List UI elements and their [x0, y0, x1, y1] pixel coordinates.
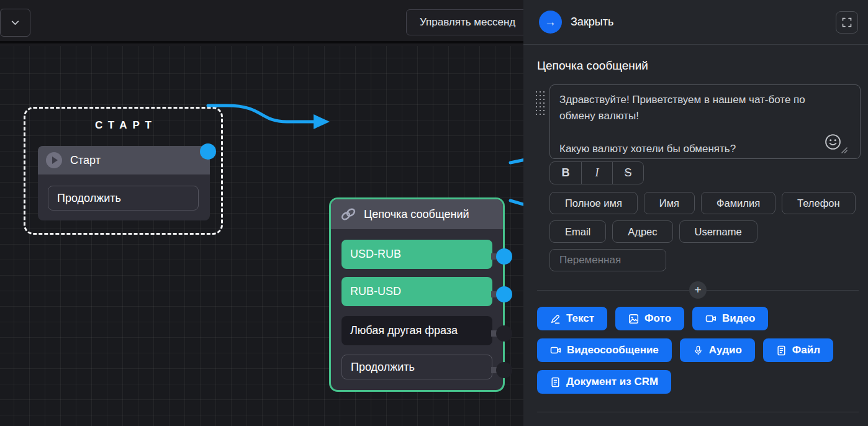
italic-button[interactable]: I	[581, 162, 612, 184]
arrow-right-icon: →	[539, 11, 562, 34]
variable-chip-email[interactable]: Email	[549, 220, 606, 243]
chain-row-usd-rub[interactable]: USD-RUB	[341, 240, 492, 269]
output-port-any-phrase[interactable]	[496, 325, 512, 342]
add-message-divider: +	[537, 281, 859, 299]
resize-handle-icon[interactable]	[841, 147, 848, 153]
variable-chips: Полное имя Имя Фамилия Телефон Email Адр…	[549, 192, 863, 243]
pencil-icon	[550, 314, 561, 324]
variable-chip-phone[interactable]: Телефон	[782, 192, 855, 214]
photo-icon	[628, 314, 639, 324]
message-block: Здравствуйте! Приветствуем в нашем чат-б…	[537, 84, 859, 159]
start-node[interactable]: СТАРТ Старт Продолжить	[24, 107, 223, 235]
node-editor-panel: → Закрыть Цепочка сообщений Зд	[523, 0, 868, 426]
start-node-card[interactable]: Старт Продолжить	[38, 146, 210, 220]
message-chain-node-title: Цепочка сообщений	[364, 208, 469, 221]
start-node-label: Старт	[70, 154, 101, 167]
message-chain-node[interactable]: Цепочка сообщений USD-RUB RUB-USD Любая …	[329, 197, 505, 392]
add-message-button[interactable]: +	[689, 281, 707, 299]
add-crm-document-button[interactable]: Документ из CRM	[537, 370, 671, 394]
close-panel-label: Закрыть	[571, 16, 613, 29]
output-port-usd-rub[interactable]	[496, 248, 512, 265]
panel-body: Цепочка сообщений Здравствуйте! Приветст…	[523, 59, 868, 412]
variable-chip-address[interactable]: Адрес	[612, 220, 672, 243]
fullscreen-button[interactable]	[836, 11, 858, 34]
close-panel-button[interactable]: → Закрыть	[539, 11, 613, 34]
text-format-toolbar: B I S	[549, 161, 644, 184]
chevron-down-icon	[10, 17, 20, 28]
add-text-button[interactable]: Текст	[537, 307, 607, 330]
output-port-rub-usd[interactable]	[496, 286, 512, 302]
output-port-continue[interactable]	[496, 362, 512, 378]
variable-search-input[interactable]	[549, 249, 666, 271]
message-chain-node-header: Цепочка сообщений	[331, 199, 503, 229]
variable-chip-full-name[interactable]: Полное имя	[549, 192, 638, 214]
message-textarea[interactable]: Здравствуйте! Приветствуем в нашем чат-б…	[549, 84, 861, 159]
chain-row-rub-usd[interactable]: RUB-USD	[341, 277, 492, 306]
play-icon	[46, 152, 62, 168]
bold-button[interactable]: B	[550, 162, 581, 184]
start-node-header: Старт	[38, 146, 210, 174]
attach-label: Текст	[566, 312, 594, 325]
variable-chip-last-name[interactable]: Фамилия	[701, 192, 775, 214]
panel-title: Цепочка сообщений	[537, 59, 859, 73]
attachment-buttons: Текст Фото Видео	[537, 307, 860, 394]
chain-row-any-phrase[interactable]: Любая другая фраза	[341, 316, 492, 345]
add-video-button[interactable]: Видео	[692, 307, 768, 330]
file-icon	[776, 345, 787, 356]
emoji-picker-icon[interactable]	[825, 134, 841, 150]
chain-link-icon	[340, 206, 356, 222]
variable-chip-username[interactable]: Username	[679, 220, 757, 243]
collapse-menu-button[interactable]	[0, 9, 30, 37]
add-audio-button[interactable]: Аудио	[680, 338, 755, 362]
video-icon	[705, 313, 717, 324]
attach-label: Фото	[644, 312, 671, 325]
output-port-start-continue[interactable]	[200, 143, 216, 160]
video-icon	[550, 345, 561, 356]
add-file-button[interactable]: Файл	[763, 338, 833, 362]
attach-label: Документ из CRM	[566, 376, 658, 388]
bottom-divider	[537, 412, 859, 412]
file-icon	[550, 377, 561, 387]
strikethrough-button[interactable]: S	[612, 162, 643, 184]
panel-header: → Закрыть	[523, 0, 868, 45]
flow-builder-app: СТАРТ Старт Продолжить Цепочка сообщений	[0, 0, 868, 426]
mic-icon	[693, 345, 703, 356]
fullscreen-icon	[842, 17, 852, 27]
start-node-title: СТАРТ	[25, 119, 221, 132]
attach-label: Файл	[792, 344, 820, 356]
add-photo-button[interactable]: Фото	[615, 307, 684, 330]
attach-label: Аудио	[709, 344, 742, 356]
drag-handle[interactable]	[535, 90, 545, 116]
chain-row-continue[interactable]: Продолжить	[341, 355, 492, 379]
start-continue-button[interactable]: Продолжить	[48, 186, 199, 211]
chain-rows: USD-RUB RUB-USD Любая другая фраза Продо…	[331, 229, 503, 390]
add-video-message-button[interactable]: Видеосообщение	[537, 338, 672, 362]
variable-chip-first-name[interactable]: Имя	[644, 192, 695, 214]
attach-label: Видео	[722, 312, 755, 325]
attach-label: Видеосообщение	[567, 344, 659, 356]
